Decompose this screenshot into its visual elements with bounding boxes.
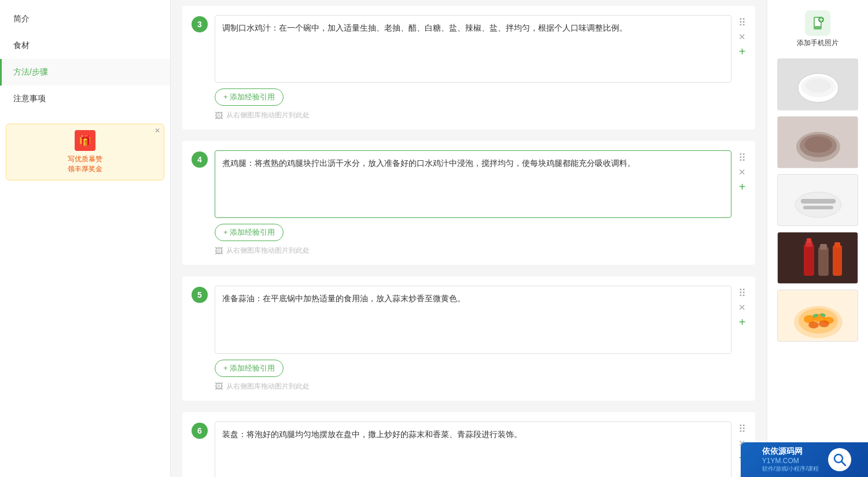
step-move-icon-3[interactable]: ⠿ — [738, 17, 746, 28]
svg-point-8 — [806, 79, 831, 93]
step-number-4: 4 — [192, 151, 208, 168]
left-sidebar: 简介 食材 方法/步骤 注意事项 ✕ 🎁 写优质暴赞领丰厚奖金 — [0, 0, 171, 477]
right-sidebar: 添加手机照片 — [767, 0, 868, 477]
add-phone-label: 添加手机照片 — [797, 38, 838, 48]
step-move-icon-4[interactable]: ⠿ — [738, 153, 746, 163]
svg-rect-18 — [804, 244, 814, 276]
thumbnail-1-svg — [778, 59, 858, 110]
watermark-url: Y1YM.COM — [762, 457, 819, 465]
step-delete-icon-5[interactable]: ✕ — [738, 303, 746, 312]
svg-point-32 — [819, 320, 829, 327]
svg-point-14 — [795, 192, 841, 217]
svg-rect-24 — [834, 242, 840, 247]
step-add-icon-4[interactable]: + — [739, 181, 746, 193]
reward-text: 写优质暴赞领丰厚奖金 — [12, 154, 158, 174]
step-move-icon-5[interactable]: ⠿ — [738, 288, 746, 298]
add-experience-btn-3[interactable]: + 添加经验引用 — [215, 88, 284, 106]
watermark-circle — [828, 448, 851, 471]
watermark-search-icon — [832, 452, 848, 468]
step-add-icon-5[interactable]: + — [739, 316, 746, 328]
thumbnail-5[interactable] — [777, 290, 858, 342]
thumbnail-5-svg — [778, 290, 858, 342]
add-experience-btn-5[interactable]: + 添加经验引用 — [215, 360, 284, 377]
thumbnail-2[interactable] — [777, 116, 858, 168]
step-controls-3: ⠿ ✕ + — [738, 15, 746, 57]
svg-point-12 — [804, 136, 832, 153]
add-phone-photo-button[interactable]: 添加手机照片 — [792, 6, 843, 53]
svg-rect-15 — [801, 199, 836, 204]
step-block-4: 4 煮鸡腿：将煮熟的鸡腿块拧出沥干水分，放入准备好的口水鸡汁中浸泡，搅拌均匀，使… — [182, 141, 755, 265]
reward-icon: 🎁 — [75, 130, 95, 151]
image-hint-icon-4: 🖼 — [215, 246, 223, 256]
step-block-5: 5 准备蒜油：在平底锅中加热适量的食用油，放入蒜末炒香至微黄色。 ⠿ ✕ + +… — [182, 276, 755, 400]
step-block-6: 6 装盘：将泡好的鸡腿均匀地摆放在盘中，撒上炒好的蒜末和香菜、青蒜段进行装饰。 … — [182, 412, 755, 477]
thumbnail-4[interactable] — [777, 232, 858, 284]
step-number-5: 5 — [192, 287, 208, 303]
reward-banner: ✕ 🎁 写优质暴赞领丰厚奖金 — [6, 124, 164, 180]
thumbnail-2-svg — [778, 117, 858, 168]
phone-svg-icon — [810, 15, 826, 31]
add-phone-icon — [805, 10, 830, 36]
step-delete-icon-3[interactable]: ✕ — [738, 32, 746, 41]
image-hint-3[interactable]: 🖼 从右侧图库拖动图片到此处 — [215, 110, 746, 120]
add-experience-btn-4[interactable]: + 添加经验引用 — [215, 224, 284, 241]
step-controls-5: ⠿ ✕ + — [738, 286, 746, 328]
thumbnail-1[interactable] — [777, 58, 858, 110]
svg-rect-22 — [820, 244, 827, 250]
watermark: 依依源码网 Y1YM.COM 软件/游戏/小程序/课程 — [741, 442, 868, 477]
svg-point-31 — [808, 321, 819, 328]
sidebar-item-method[interactable]: 方法/步骤 — [0, 59, 170, 86]
thumbnail-4-svg — [778, 232, 858, 284]
sidebar-item-ingredients[interactable]: 食材 — [0, 32, 170, 59]
reward-close-button[interactable]: ✕ — [155, 127, 160, 135]
sidebar-item-intro[interactable]: 简介 — [0, 6, 170, 32]
watermark-site: 依依源码网 — [762, 446, 819, 457]
svg-rect-23 — [833, 245, 842, 276]
image-hint-icon-5: 🖼 — [215, 382, 223, 391]
image-hint-icon-3: 🖼 — [215, 111, 223, 120]
thumbnail-3-svg — [778, 175, 858, 226]
step-number-6: 6 — [192, 423, 208, 439]
watermark-desc: 软件/游戏/小程序/课程 — [762, 465, 819, 473]
step-textarea-3[interactable]: 调制口水鸡汁：在一个碗中，加入适量生抽、老抽、醋、白糖、盐、辣椒、盐、拌均匀，根… — [215, 15, 731, 83]
step-block-3: 3 调制口水鸡汁：在一个碗中，加入适量生抽、老抽、醋、白糖、盐、辣椒、盐、拌均匀… — [182, 6, 755, 130]
main-content: 3 调制口水鸡汁：在一个碗中，加入适量生抽、老抽、醋、白糖、盐、辣椒、盐、拌均匀… — [171, 0, 767, 477]
step-number-3: 3 — [192, 16, 208, 32]
thumbnail-3[interactable] — [777, 174, 858, 226]
step-add-icon-3[interactable]: + — [739, 46, 746, 57]
svg-line-36 — [841, 461, 845, 465]
svg-rect-20 — [807, 238, 811, 243]
svg-rect-16 — [803, 206, 833, 209]
step-controls-4: ⠿ ✕ + — [738, 150, 746, 193]
step-move-icon-6[interactable]: ⠿ — [738, 424, 746, 434]
step-delete-icon-4[interactable]: ✕ — [738, 168, 746, 176]
image-hint-4[interactable]: 🖼 从右侧图库拖动图片到此处 — [215, 246, 746, 256]
svg-rect-21 — [818, 247, 829, 276]
svg-rect-17 — [778, 232, 858, 284]
step-textarea-6[interactable]: 装盘：将泡好的鸡腿均匀地摆放在盘中，撒上炒好的蒜末和香菜、青蒜段进行装饰。 — [215, 421, 731, 477]
image-hint-5[interactable]: 🖼 从右侧图库拖动图片到此处 — [215, 382, 746, 391]
sidebar-item-notes[interactable]: 注意事项 — [0, 86, 170, 112]
step-textarea-4[interactable]: 煮鸡腿：将煮熟的鸡腿块拧出沥干水分，放入准备好的口水鸡汁中浸泡，搅拌均匀，使每块… — [215, 150, 731, 218]
step-textarea-5[interactable]: 准备蒜油：在平底锅中加热适量的食用油，放入蒜末炒香至微黄色。 — [215, 286, 731, 353]
